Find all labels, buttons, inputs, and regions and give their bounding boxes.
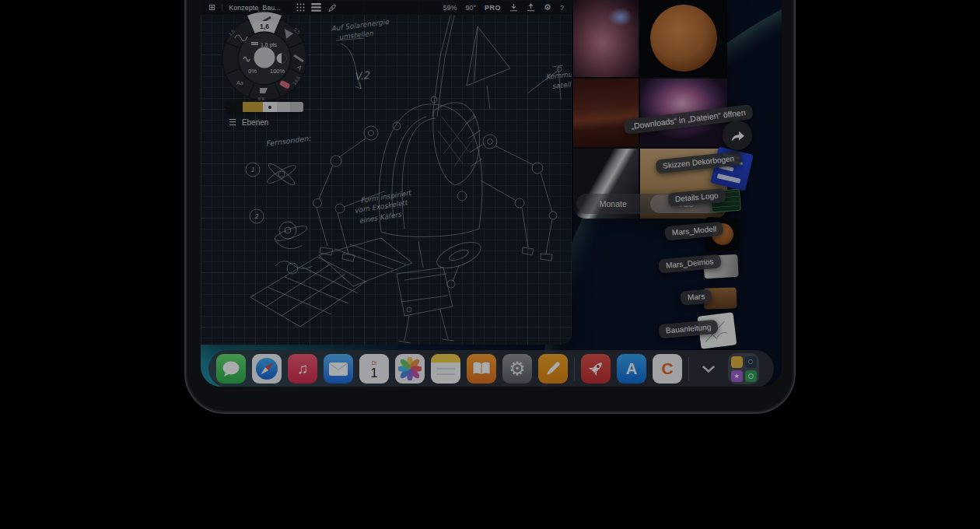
dock-icon-calendar[interactable]: Di 1	[359, 354, 389, 384]
probe-number-2: 2	[254, 213, 259, 220]
help-icon[interactable]: ?	[560, 4, 564, 12]
mars-globe	[650, 5, 717, 72]
dock: ♫ Di 1	[208, 350, 774, 387]
app-library-mini-green	[745, 370, 757, 382]
settings-gear-icon[interactable]: ⚙	[544, 2, 551, 12]
dock-icon-app-store[interactable]: A	[617, 354, 646, 384]
swatch-gold[interactable]	[243, 102, 263, 112]
photo-mars-landscape[interactable]	[573, 79, 639, 147]
rocket-icon	[586, 359, 606, 379]
annotation-comm-line2: satellit	[551, 80, 572, 90]
annotation-version: V.2	[354, 69, 371, 82]
layers-button[interactable]: ☰ Ebenen	[229, 117, 268, 128]
style-tool-icon[interactable]: Aa	[236, 80, 243, 86]
dock-collapse-button[interactable]	[695, 366, 722, 373]
dock-icon-settings[interactable]: ⚙	[502, 354, 532, 384]
dock-icon-safari[interactable]	[252, 354, 282, 384]
sticker-text-line	[717, 173, 741, 184]
notes-lines-icon	[431, 354, 460, 384]
import-icon[interactable]	[509, 3, 518, 12]
app-library-mini-yellow	[731, 356, 743, 368]
zoom-level[interactable]: 59%	[443, 4, 457, 12]
app-library-mini-star: ★	[731, 370, 743, 382]
stroke-size-value: 1,6 pts	[261, 42, 278, 48]
swatch-light-gray[interactable]	[277, 102, 290, 112]
layers-menu-icon: ☰	[229, 117, 236, 128]
dock-icon-music[interactable]: ♫	[288, 354, 317, 384]
brush-preview-circle[interactable]	[254, 47, 275, 68]
dock-icon-photos[interactable]	[395, 354, 425, 384]
photo-nebula-flame[interactable]	[573, 0, 639, 77]
concepts-app-window[interactable]: Auf Solarenergie umstellen V.2 Kommunika…	[201, 0, 572, 345]
swatch-white-selected[interactable]	[263, 102, 277, 112]
swatch-gray[interactable]	[290, 102, 303, 112]
ipad-device-frame: Auf Solarenergie umstellen V.2 Kommunika…	[184, 0, 796, 414]
drag-label-mars[interactable]: Mars	[680, 289, 712, 306]
screen-content: Auf Solarenergie umstellen V.2 Kommunika…	[201, 0, 782, 387]
active-size-bubble: 1,6	[253, 21, 276, 31]
dock-icon-mail[interactable]	[324, 354, 353, 384]
opacity-left-value: 0%	[248, 68, 257, 75]
dock-icon-rocket-app[interactable]	[581, 354, 611, 384]
dock-divider	[574, 357, 575, 380]
calendar-day: 1	[370, 366, 377, 380]
dock-icon-sketch-app[interactable]	[538, 354, 568, 384]
pen-nib-icon[interactable]	[327, 3, 337, 12]
chevron-down-icon	[702, 366, 715, 373]
open-book-icon	[472, 361, 491, 377]
layers-label: Ebenen	[242, 118, 268, 127]
export-icon[interactable]	[527, 3, 535, 12]
color-swatch-bar[interactable]	[226, 102, 303, 112]
canvas-rotation[interactable]: 90°	[465, 4, 476, 12]
compass-icon	[254, 356, 279, 381]
pencil-diagonal-icon	[542, 358, 564, 380]
dock-icon-notes[interactable]	[431, 354, 460, 384]
dock-icon-craft[interactable]: C	[653, 354, 682, 384]
ipad-screen: Auf Solarenergie umstellen V.2 Kommunika…	[201, 0, 782, 387]
probe-number-1: 1	[250, 166, 254, 173]
envelope-icon	[329, 363, 348, 376]
app-store-a-glyph: A	[626, 360, 637, 378]
dock-icon-messages[interactable]	[216, 354, 246, 384]
app-menu-icon[interactable]: ⊞	[208, 2, 215, 12]
opacity-right-value: 100%	[270, 68, 285, 75]
pro-badge[interactable]: PRO	[485, 4, 501, 12]
tool-size-bottom: 8,9	[257, 96, 264, 101]
dock-icon-app-library[interactable]: ★	[728, 353, 759, 384]
calendar-weekday: Di	[372, 360, 376, 366]
swatch-black[interactable]	[226, 102, 243, 112]
dock-divider	[688, 357, 689, 380]
tab-monate[interactable]: Monate	[576, 199, 650, 208]
craft-c-glyph: C	[661, 359, 673, 378]
share-forward-button[interactable]	[723, 121, 752, 150]
photo-mars-globe[interactable]	[640, 0, 727, 77]
photos-flower-icon	[398, 357, 422, 380]
dock-icon-books[interactable]	[467, 354, 496, 384]
forward-arrow-icon	[729, 128, 746, 142]
annotation-probes-heading: Fernsonden:	[265, 134, 312, 148]
gear-icon: ⚙	[509, 358, 526, 380]
speech-bubble-icon	[222, 360, 240, 377]
app-library-mini-camera	[745, 356, 757, 368]
music-note-icon: ♫	[297, 360, 308, 377]
